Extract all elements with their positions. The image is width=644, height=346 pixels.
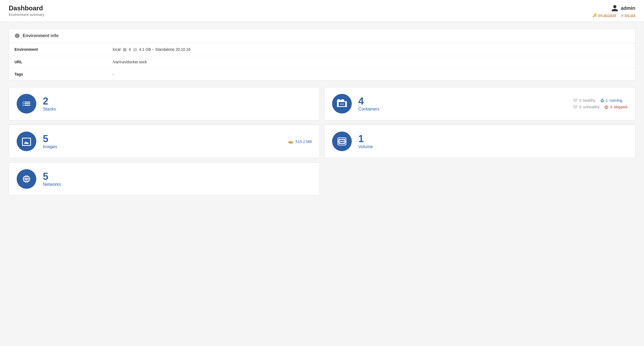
header-right: admin 🔑 my account ↪ log out bbox=[592, 4, 635, 17]
stats-grid: 2 Stacks 4 Containers 🤍 0 healthy bbox=[9, 87, 635, 196]
images-size: 515.2 MB bbox=[296, 139, 312, 144]
images-icon-circle bbox=[17, 132, 36, 151]
page-title: Dashboard bbox=[9, 4, 44, 12]
env-label-tags: Tags bbox=[14, 72, 113, 76]
networks-count: 5 bbox=[43, 171, 61, 182]
memory-icon: ▤ bbox=[133, 47, 137, 52]
unhealthy-label: unhealthy bbox=[583, 105, 600, 109]
images-count: 5 bbox=[43, 133, 57, 144]
unhealthy-count: 0 bbox=[579, 105, 582, 109]
env-value-tags: - bbox=[113, 72, 114, 76]
images-size-extra: 🥧 515.2 MB bbox=[288, 139, 312, 144]
logout-icon: ↪ bbox=[621, 13, 624, 17]
power-running-icon: ⏻ bbox=[600, 98, 604, 103]
containers-count: 4 bbox=[358, 96, 379, 107]
env-value-url: /var/run/docker.sock bbox=[113, 60, 147, 64]
stopped-count: 3 bbox=[610, 105, 612, 109]
stacks-info: 2 Stacks bbox=[43, 96, 56, 112]
stacks-icon-circle bbox=[17, 94, 36, 114]
stacks-icon bbox=[22, 99, 31, 109]
header-left: Dashboard Environment summary bbox=[9, 4, 44, 17]
networks-info: 5 Networks bbox=[43, 171, 61, 187]
username: admin bbox=[621, 5, 635, 11]
header-user: admin bbox=[611, 4, 635, 12]
env-label-url: URL bbox=[14, 60, 113, 64]
env-card-header: Environment info bbox=[9, 29, 635, 43]
containers-label: Containers bbox=[358, 107, 379, 112]
heart-unhealthy-icon: 🤍 bbox=[573, 105, 578, 109]
speedometer-icon bbox=[14, 33, 20, 38]
images-label: Images bbox=[43, 144, 57, 149]
containers-icon bbox=[337, 99, 347, 109]
images-info: 5 Images bbox=[43, 133, 57, 149]
containers-icon-circle bbox=[332, 94, 352, 114]
running-count: 1 bbox=[606, 98, 608, 103]
volumes-count: 1 bbox=[358, 133, 373, 144]
stacks-count: 2 bbox=[43, 96, 56, 107]
power-stopped-icon: ⏻ bbox=[604, 105, 608, 109]
volumes-info: 1 Volume bbox=[358, 133, 373, 149]
cpu-icon: ▦ bbox=[123, 47, 127, 52]
unhealthy-stat: 🤍 0 unhealthy ⏻ 3 stopped bbox=[573, 105, 627, 109]
header-links: 🔑 my account ↪ log out bbox=[592, 13, 635, 17]
env-row-environment: Environment local ▦ 4 ▤ 4.1 GB – Standal… bbox=[9, 43, 635, 56]
volumes-label: Volume bbox=[358, 144, 373, 149]
main-content: Environment info Environment local ▦ 4 ▤… bbox=[0, 22, 644, 202]
key-icon: 🔑 bbox=[592, 13, 597, 17]
containers-info: 4 Containers bbox=[358, 96, 379, 112]
stopped-label: stopped bbox=[614, 105, 627, 109]
page-subtitle: Environment summary bbox=[9, 13, 44, 17]
volumes-card[interactable]: 1 Volume bbox=[324, 125, 635, 158]
images-card[interactable]: 5 Images 🥧 515.2 MB bbox=[9, 125, 320, 158]
env-value-environment: local ▦ 4 ▤ 4.1 GB – Standalone 20.10.16 bbox=[113, 47, 190, 52]
running-label: running bbox=[610, 98, 622, 103]
healthy-stat: 🤍 0 healthy ⏻ 1 running bbox=[573, 98, 627, 103]
stacks-card[interactable]: 2 Stacks bbox=[9, 87, 320, 120]
env-section-title: Environment info bbox=[23, 33, 59, 38]
healthy-label: healthy bbox=[583, 98, 595, 103]
my-account-link[interactable]: 🔑 my account bbox=[592, 13, 616, 17]
pie-chart-icon: 🥧 bbox=[288, 139, 293, 144]
env-row-url: URL /var/run/docker.sock bbox=[9, 56, 635, 68]
healthy-count: 0 bbox=[579, 98, 582, 103]
user-icon bbox=[611, 4, 619, 12]
networks-card[interactable]: 5 Networks bbox=[9, 162, 320, 196]
networks-label: Networks bbox=[43, 182, 61, 187]
header: Dashboard Environment summary admin 🔑 my… bbox=[0, 0, 644, 22]
log-out-link[interactable]: ↪ log out bbox=[621, 13, 635, 17]
images-icon bbox=[22, 136, 31, 146]
networks-icon-circle bbox=[17, 169, 36, 189]
stacks-label: Stacks bbox=[43, 107, 56, 112]
volumes-icon bbox=[337, 136, 347, 146]
env-label-environment: Environment bbox=[14, 47, 113, 52]
networks-icon bbox=[22, 174, 31, 184]
containers-card[interactable]: 4 Containers 🤍 0 healthy ⏻ 1 running 🤍 0… bbox=[324, 87, 635, 120]
heart-healthy-icon: 🤍 bbox=[573, 98, 578, 103]
env-info-card: Environment info Environment local ▦ 4 ▤… bbox=[9, 28, 635, 80]
container-extra-stats: 🤍 0 healthy ⏻ 1 running 🤍 0 unhealthy ⏻ … bbox=[573, 98, 627, 109]
env-row-tags: Tags - bbox=[9, 68, 635, 80]
volumes-icon-circle bbox=[332, 132, 352, 151]
